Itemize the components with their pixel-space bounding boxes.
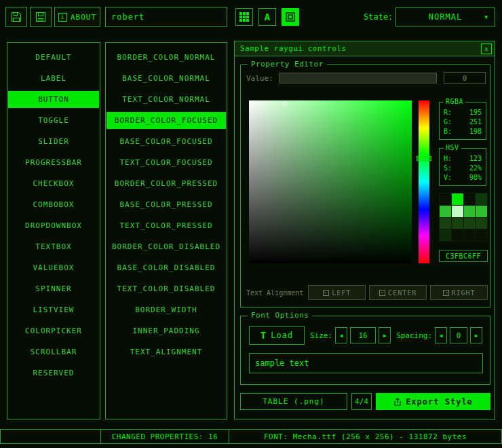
list-item[interactable]: TEXT_COLOR_PRESSED: [107, 217, 226, 234]
size-value-box[interactable]: 16: [350, 327, 376, 343]
g-value: 251: [469, 117, 482, 127]
list-item[interactable]: INNER_PADDING: [107, 322, 226, 339]
table-image-view-button[interactable]: [282, 8, 299, 26]
grid-view-button[interactable]: [235, 8, 253, 26]
list-item[interactable]: SCROLLBAR: [8, 343, 99, 360]
list-item[interactable]: BORDER_COLOR_NORMAL: [107, 49, 226, 66]
palette-swatch[interactable]: [464, 206, 476, 217]
list-item[interactable]: COMBOBOX: [8, 196, 99, 213]
palette-swatch[interactable]: [440, 206, 451, 217]
list-item[interactable]: SPINNER: [8, 280, 99, 297]
list-item[interactable]: PROGRESSBAR: [8, 154, 99, 171]
hex-color-box[interactable]: C3FBC6FF: [439, 250, 488, 262]
value-box[interactable]: 0: [444, 72, 486, 84]
pages-value-box: 4/4: [351, 393, 372, 410]
list-item[interactable]: BUTTON: [8, 91, 99, 108]
spacing-increase-button[interactable]: ▶: [470, 327, 482, 343]
color-picker-cursor[interactable]: [282, 101, 287, 106]
palette-swatch[interactable]: [452, 193, 463, 205]
list-item[interactable]: BASE_COLOR_DISABLED: [107, 259, 226, 276]
palette-swatch[interactable]: [452, 218, 463, 229]
palette-swatch[interactable]: [440, 218, 451, 229]
save-style-button[interactable]: [30, 7, 52, 27]
palette-swatch[interactable]: [452, 206, 463, 217]
export-style-button[interactable]: Export Style: [376, 393, 490, 410]
hsv-group: HSV H: 123 S: 22% V: 98%: [439, 148, 486, 186]
palette-swatch[interactable]: [464, 218, 476, 229]
list-item[interactable]: BASE_COLOR_FOCUSED: [107, 133, 226, 150]
list-item[interactable]: BORDER_WIDTH: [107, 301, 226, 318]
palette-swatch[interactable]: [476, 193, 487, 205]
list-item[interactable]: BORDER_COLOR_DISABLED: [107, 238, 226, 255]
list-item[interactable]: TEXT_ALIGNMENT: [107, 343, 226, 360]
list-item[interactable]: CHECKBOX: [8, 175, 99, 192]
state-dropdown[interactable]: NORMAL ▼: [395, 7, 495, 26]
hue-slider-handle[interactable]: [417, 156, 431, 161]
palette-swatch[interactable]: [452, 229, 463, 241]
value-slider[interactable]: [279, 73, 437, 83]
window-title: Sample raygui controls: [240, 44, 347, 53]
align-left-label: LEFT: [332, 289, 351, 297]
list-item[interactable]: BORDER_COLOR_PRESSED: [107, 175, 226, 192]
font-view-button[interactable]: A: [258, 8, 276, 26]
list-item[interactable]: TEXTBOX: [8, 238, 99, 255]
hue-slider[interactable]: [419, 100, 429, 263]
align-right-label: RIGHT: [452, 289, 476, 297]
save-icon: [35, 12, 46, 22]
close-icon: x: [484, 45, 488, 52]
list-item[interactable]: BASE_COLOR_NORMAL: [107, 70, 226, 87]
load-style-button[interactable]: [5, 7, 27, 27]
palette-swatch[interactable]: [476, 218, 487, 229]
hsv-h-row: H: 123: [440, 154, 486, 164]
list-item[interactable]: TEXT_COLOR_DISABLED: [107, 280, 226, 297]
sample-controls-window: Sample raygui controls x Property Editor…: [234, 41, 495, 419]
status-changed-properties: CHANGED PROPERTIES: 16: [100, 429, 229, 444]
align-center-button[interactable]: CENTER: [369, 285, 427, 300]
font-row: T Load Size: ◀ 16 ▶ Spacing: ◀ 0 ▶: [249, 326, 483, 345]
sample-text-input[interactable]: [249, 353, 483, 373]
list-item[interactable]: TEXT_COLOR_FOCUSED: [107, 154, 226, 171]
status-font-info: FONT: Mecha.ttf (256 x 256) - 131872 byt…: [229, 429, 502, 444]
controls-list: DEFAULTLABELBUTTONTOGGLESLIDERPROGRESSBA…: [7, 42, 100, 419]
list-item[interactable]: LABEL: [8, 70, 99, 87]
list-item[interactable]: COLORPICKER: [8, 322, 99, 339]
export-format-button[interactable]: TABLE (.png): [240, 393, 347, 410]
spacing-value-box[interactable]: 0: [450, 327, 467, 343]
rguistyler-app: i ABOUT A State: NORMAL ▼ DEFAULTLABELBU…: [0, 0, 502, 448]
export-icon: [393, 398, 402, 406]
palette-swatch[interactable]: [464, 229, 476, 241]
palette-swatch[interactable]: [476, 206, 487, 217]
size-decrease-button[interactable]: ◀: [335, 327, 347, 343]
align-center-label: CENTER: [388, 289, 417, 297]
rgba-b-row: B: 198: [440, 127, 486, 136]
b-label: B:: [444, 127, 452, 136]
list-item[interactable]: VALUEBOX: [8, 259, 99, 276]
list-item[interactable]: SLIDER: [8, 133, 99, 150]
palette-swatch[interactable]: [440, 193, 451, 205]
align-left-button[interactable]: LEFT: [308, 285, 366, 300]
size-increase-button[interactable]: ▶: [379, 327, 391, 343]
close-button[interactable]: x: [481, 43, 492, 54]
about-button[interactable]: i ABOUT: [54, 7, 100, 27]
align-right-button[interactable]: RIGHT: [430, 285, 488, 300]
value-row: Value: 0: [246, 72, 486, 84]
info-icon: i: [58, 13, 67, 22]
list-item[interactable]: RESERVED: [8, 365, 99, 381]
palette-swatch[interactable]: [440, 229, 451, 241]
color-picker-panel[interactable]: [249, 100, 412, 263]
list-item[interactable]: TOGGLE: [8, 112, 99, 129]
palette-swatch[interactable]: [464, 193, 476, 205]
window-titlebar[interactable]: Sample raygui controls x: [235, 41, 495, 56]
list-item[interactable]: LISTVIEW: [8, 301, 99, 318]
font-load-button[interactable]: T Load: [249, 326, 305, 345]
text-alignment-label: Text Alignment: [246, 289, 303, 297]
list-item[interactable]: DROPDOWNBOX: [8, 217, 99, 234]
list-item[interactable]: BORDER_COLOR_FOCUSED: [107, 112, 226, 129]
palette-swatch[interactable]: [476, 229, 487, 241]
list-item[interactable]: BASE_COLOR_PRESSED: [107, 196, 226, 213]
list-item[interactable]: DEFAULT: [8, 49, 99, 66]
about-label: ABOUT: [71, 13, 96, 22]
list-item[interactable]: TEXT_COLOR_NORMAL: [107, 91, 226, 108]
style-name-input[interactable]: [105, 7, 227, 27]
spacing-decrease-button[interactable]: ◀: [435, 327, 447, 343]
